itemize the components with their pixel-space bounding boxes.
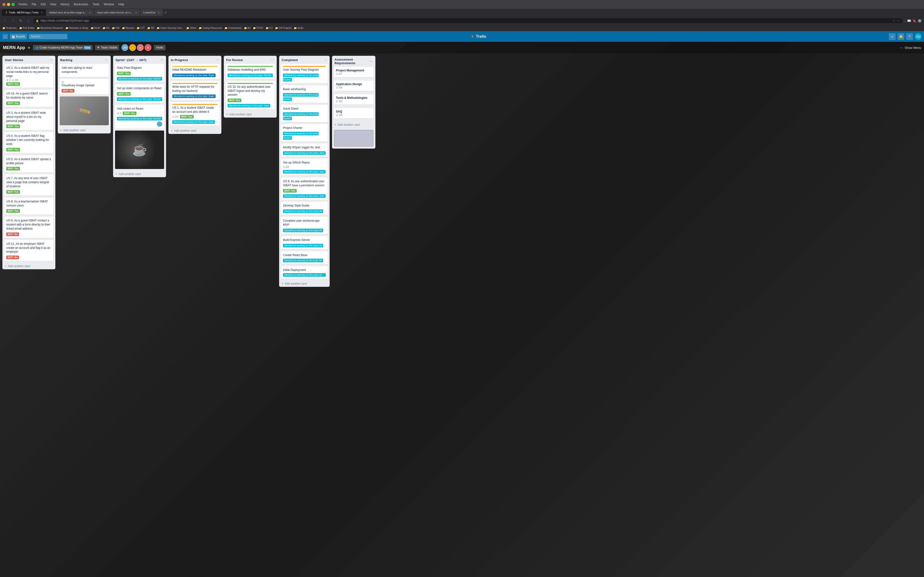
card-us5[interactable]: US 5. As a student ISBAT upload a profil…: [4, 155, 53, 172]
card-us1[interactable]: US 1. As a student ISBAT create an accou…: [170, 102, 220, 126]
card-user-stories-scope[interactable]: Complete user stories/scope MVP Member(s…: [281, 217, 328, 234]
card-deployment[interactable]: Initial Deployment Member(s) working on …: [281, 266, 328, 279]
add-card-sprint[interactable]: + Add another card: [113, 171, 166, 177]
card-wireframing[interactable]: Basic wireframing Member(s) working on t…: [281, 85, 328, 103]
card-add-routes[interactable]: Add routes on React 👁 2 MVP: Yes Member(…: [115, 105, 164, 129]
menu-view[interactable]: View: [50, 3, 56, 6]
bookmark-poe[interactable]: 📁 PoE Builds: [19, 27, 35, 29]
tab-react[interactable]: react-with-state-hoc/src at m... ✕: [94, 9, 140, 16]
menu-file[interactable]: File: [32, 3, 36, 6]
bookmark-rs[interactable]: 📁 RS: [102, 27, 110, 29]
column-for-review-menu[interactable]: ···: [271, 58, 274, 62]
tab-close-icon-3[interactable]: ✕: [135, 11, 137, 14]
bookmark-audio[interactable]: 📁 Audio: [294, 27, 304, 29]
minimize-button[interactable]: [7, 3, 10, 6]
url-bar[interactable]: 🔒 https://trello.com/b/xjieZQr6/mern-app…: [33, 18, 902, 23]
card-us3[interactable]: US 3. As a student ISBAT write about mys…: [4, 109, 53, 130]
bookmark-coding[interactable]: 📁 Coding Resources: [199, 27, 222, 29]
add-card-in-progress[interactable]: + Add another card: [168, 128, 221, 134]
board-star-icon[interactable]: ★: [27, 46, 31, 50]
assessment-project-mgmt[interactable]: Project Management ☑ 5/7: [334, 67, 373, 77]
card-readme[interactable]: Initial README Markdown Member(s) workin…: [170, 64, 220, 79]
card-style-guide[interactable]: Develop Style Guide Member(s) working on…: [281, 202, 328, 215]
column-completed-menu[interactable]: ···: [324, 58, 327, 62]
menu-window[interactable]: Window: [104, 3, 114, 6]
add-button[interactable]: +: [889, 33, 896, 40]
bookmark-cyber[interactable]: 📁 Cyber Security Care...: [157, 27, 184, 29]
boards-nav-button[interactable]: ▦ Boards: [10, 34, 27, 39]
bookmark-ctf[interactable]: 📁 CTF: [137, 27, 145, 29]
card-gantt[interactable]: Gantt Sheet Member(s) working on this ta…: [281, 105, 328, 122]
info-button[interactable]: ?: [906, 33, 913, 40]
add-card-user-stories[interactable]: + Add another card: [2, 263, 55, 269]
visibility-button[interactable]: 👁 Team Visible: [95, 45, 119, 50]
member-avatar-2[interactable]: ●: [129, 44, 136, 51]
column-in-progress-menu[interactable]: ···: [216, 58, 219, 62]
menu-bookmarks[interactable]: Bookmarks: [74, 3, 88, 6]
invite-button[interactable]: Invite: [154, 45, 166, 50]
bookmark-websites[interactable]: 📁 Websites to Study: [65, 27, 88, 29]
bookmark-recipes[interactable]: 📁 Recipes: [122, 27, 134, 29]
tab-close-icon-4[interactable]: ✕: [158, 11, 160, 14]
card-http-tests[interactable]: Write tests for HTTP requests for testin…: [170, 81, 220, 100]
bookmark-ff[interactable]: 📁 FFXIV: [253, 27, 263, 29]
back-button[interactable]: ←: [2, 19, 8, 23]
member-avatar-r[interactable]: R: [145, 44, 151, 51]
user-avatar[interactable]: CU: [915, 33, 922, 40]
card-react-base[interactable]: Create React Base Member(s) working on t…: [281, 251, 328, 264]
card-us16[interactable]: US 16. As a guest ISBAT search for stude…: [4, 90, 53, 107]
card-us7[interactable]: US 7. As any kind of user ISBAT view a p…: [4, 174, 53, 195]
add-card-backlog[interactable]: + Add another card: [58, 127, 111, 134]
menu-edit[interactable]: Edit: [41, 3, 46, 6]
bookmark-blockchain[interactable]: 📁 Blockchain Research: [37, 27, 63, 29]
home-button[interactable]: ⌂: [26, 19, 31, 23]
column-assessment-menu[interactable]: ···: [370, 59, 373, 63]
menu-firefox[interactable]: Firefox: [19, 3, 27, 6]
bookmark-hr[interactable]: 📁 HR: [147, 27, 154, 29]
card-data-flow[interactable]: Data Flow Diagram MVP: Yes Member(s) wor…: [115, 64, 164, 82]
card-static-components[interactable]: Set up static components on React MVP: Y…: [115, 84, 164, 103]
add-card-assessment[interactable]: + Add another card: [332, 122, 375, 128]
search-input[interactable]: [29, 34, 67, 39]
menu-history[interactable]: History: [61, 3, 69, 6]
card-express[interactable]: Build Express Server Member(s) working o…: [281, 236, 328, 249]
tab-close-icon-2[interactable]: ✕: [89, 11, 91, 14]
tab-trello[interactable]: 🏃 Trello MERN App | Trello ✕: [2, 9, 46, 16]
card-us2[interactable]: US 2. As a student ISBAT add my social m…: [4, 64, 53, 88]
card-us8[interactable]: US 8. As a teacher/admin ISBAT remove us…: [4, 198, 53, 215]
bookmark-cheat[interactable]: 📁 Cheatsheets: [225, 27, 242, 29]
bookmark-os[interactable]: 📁 OS Projects: [275, 27, 291, 29]
notifications-button[interactable]: 🔔: [898, 33, 904, 40]
card-add-styling[interactable]: Add own styling to react components: [60, 64, 109, 77]
menu-tools[interactable]: Tools: [93, 3, 99, 6]
assessment-app-design[interactable]: Application Design ☑ 6/9: [334, 81, 373, 91]
column-sprint-menu[interactable]: ···: [160, 58, 164, 62]
card-us9[interactable]: US 9. As any authenticated user ISBAT ha…: [281, 177, 328, 200]
tab-profiles[interactable]: Added view all profiles page b... ✕: [46, 9, 94, 16]
column-backlog-menu[interactable]: ···: [105, 58, 108, 62]
column-user-stories-menu[interactable]: ···: [50, 58, 53, 62]
card-db-model[interactable]: Database modelling and ERD Member(s) wor…: [226, 64, 275, 79]
bookmark-art[interactable]: 📁 Art: [244, 27, 250, 29]
member-avatar-jw[interactable]: JW: [121, 44, 128, 51]
show-menu-area[interactable]: ⋯ Show Menu: [900, 46, 921, 50]
team-visibility-button[interactable]: 👥 Coder Academy MERN App Team Free: [33, 45, 93, 50]
assessment-saq[interactable]: SAQ ☑ 0/5: [334, 108, 373, 118]
refresh-button[interactable]: ↻: [18, 19, 24, 23]
bookmark-cu[interactable]: 📁 CU: [266, 27, 273, 29]
card-us11[interactable]: US 11. As an employer ISBAT create an ac…: [4, 240, 53, 261]
card-project-charter[interactable]: Project Charter Member(s) working on thi…: [281, 124, 328, 142]
card-us6[interactable]: US 6. As a guest ISBAT contact a student…: [4, 217, 53, 238]
card-github[interactable]: Set-up Github Repos ☑ 2/2 Member(s) work…: [281, 159, 328, 176]
bookmark-ow[interactable]: 📁 OW: [112, 27, 120, 29]
card-rspec[interactable]: Modify RSpec logger for Jest Member(s) w…: [281, 143, 328, 157]
card-us4[interactable]: US 4. As a student ISBAT flag whether I …: [4, 132, 53, 153]
fullscreen-button[interactable]: [11, 3, 15, 6]
add-card-for-review[interactable]: + Add another card: [224, 111, 277, 118]
card-us10[interactable]: US 10. As any authenticated user ISBAT l…: [226, 81, 275, 110]
card-cloudinary[interactable]: ☰ Cloudinary Image Upload MVP: No: [60, 79, 109, 95]
add-card-completed[interactable]: + Add another card: [279, 280, 330, 287]
bookmark-textbooks[interactable]: 📁 Textbooks: [2, 27, 17, 29]
home-nav-button[interactable]: ⌂: [2, 34, 8, 39]
tab-linkedout[interactable]: LinkedOut ✕: [141, 9, 163, 16]
